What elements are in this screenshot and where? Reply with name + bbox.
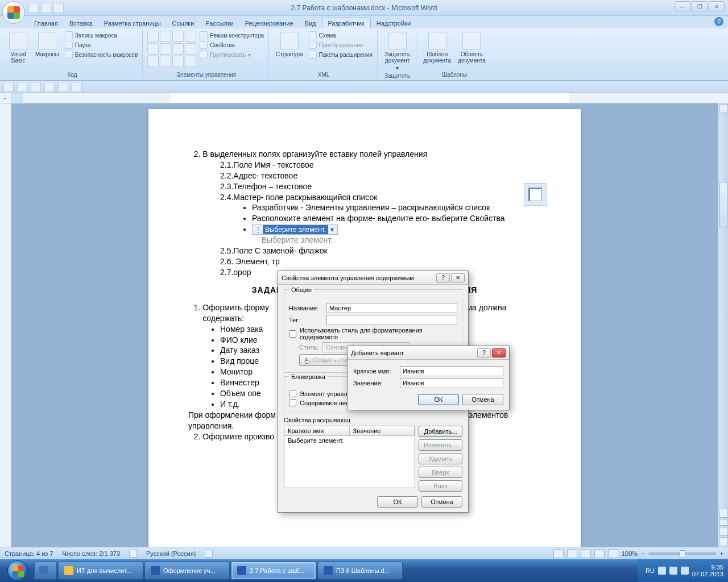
zoom-out-button[interactable]: − (641, 550, 644, 557)
outline-view-icon[interactable] (594, 549, 605, 558)
tab-references[interactable]: Ссылки (167, 18, 200, 28)
content-control-dropdown[interactable]: ⋮Выберите элемент.▾ (252, 224, 541, 235)
tab-addins[interactable]: Надстройки (371, 18, 416, 28)
down-button: Вниз (419, 480, 462, 492)
lock-delete-checkbox[interactable] (289, 390, 296, 397)
scroll-down-icon[interactable] (719, 509, 728, 518)
word-count[interactable]: Число слов: 2/1 373 (63, 550, 121, 557)
dialog2-close-button[interactable]: ✕ (492, 348, 506, 357)
qat2-more-icon[interactable] (72, 82, 82, 92)
taskbar-item-word2[interactable]: 2.7 Работа с шаб... (231, 562, 316, 580)
pause-macro-button[interactable]: Пауза (64, 40, 139, 49)
qat2-preview-icon[interactable] (58, 82, 68, 92)
tray-lang[interactable]: RU (646, 567, 655, 574)
group-button[interactable]: Группировать ▾ (198, 50, 265, 59)
draft-view-icon[interactable] (608, 549, 618, 558)
cc-handle-icon[interactable]: ⋮ (254, 225, 263, 234)
zoom-slider[interactable] (648, 552, 717, 555)
qat2-redo-icon[interactable] (31, 82, 41, 92)
value-input[interactable] (400, 378, 503, 388)
add-button[interactable]: Добавить... (419, 426, 462, 437)
visual-basic-button[interactable]: Visual Basic (6, 31, 31, 65)
taskbar-item-word3[interactable]: ПЗ 8 Шаблоны.d... (317, 562, 403, 580)
zoom-level[interactable]: 100% (622, 550, 638, 557)
language-indicator[interactable]: Русский (Россия) (146, 550, 196, 557)
scroll-up-icon[interactable] (719, 104, 728, 113)
taskbar-item-ie[interactable] (34, 562, 57, 580)
ok-button[interactable]: ОК (418, 394, 459, 405)
structure-button[interactable]: Структура (274, 31, 305, 59)
qat2-save-icon[interactable] (3, 82, 14, 92)
lock-edit-checkbox[interactable] (289, 399, 296, 406)
controls-gallery[interactable] (147, 31, 196, 67)
dialog2-titlebar[interactable]: Добавить вариант ? ✕ (348, 346, 509, 360)
web-layout-view-icon[interactable] (581, 549, 591, 558)
schema-button[interactable]: Схема (308, 31, 374, 40)
ruler-toggle[interactable]: ⌐ (0, 93, 11, 103)
ok-button[interactable]: ОК (377, 496, 418, 508)
name-input[interactable] (326, 303, 457, 313)
tab-insert[interactable]: Вставка (64, 18, 98, 28)
use-style-checkbox[interactable] (289, 330, 296, 338)
dialog-titlebar[interactable]: Свойства элемента управления содержимым … (278, 271, 468, 285)
short-name-input[interactable] (400, 366, 503, 376)
tab-view[interactable]: Вид (299, 18, 322, 28)
dialog2-help-button[interactable]: ? (477, 348, 491, 357)
full-screen-view-icon[interactable] (567, 549, 577, 558)
next-page-icon[interactable] (719, 537, 728, 546)
short-name-label: Краткое имя: (353, 368, 396, 375)
cancel-button[interactable]: Отмена (462, 394, 503, 405)
office-button[interactable] (2, 1, 25, 24)
design-mode-button[interactable]: Режим конструктора (198, 31, 265, 40)
dialog-help-button[interactable]: ? (436, 273, 450, 282)
tray-volume-icon[interactable] (681, 567, 689, 575)
start-button[interactable] (2, 560, 33, 581)
print-layout-view-icon[interactable] (553, 549, 564, 558)
protect-doc-button[interactable]: Защитить документ ▾ (382, 31, 412, 72)
vertical-scrollbar[interactable] (718, 103, 728, 547)
taskbar-item-word1[interactable]: Оформление уч... (144, 562, 230, 580)
options-listbox[interactable]: Краткое имяЗначение Выберите элемент. (284, 426, 415, 488)
qat-save-icon[interactable] (28, 3, 39, 13)
tray-clock[interactable]: 9:3507.02.2013 (692, 564, 723, 577)
help-button[interactable]: ? (714, 17, 723, 26)
horizontal-ruler[interactable] (23, 93, 728, 103)
zoom-in-button[interactable]: + (720, 550, 723, 557)
tab-layout[interactable]: Разметка страницы (98, 18, 167, 28)
transform-button[interactable]: Преобразование (308, 40, 374, 49)
scroll-thumb[interactable] (719, 182, 727, 227)
cancel-button[interactable]: Отмена (421, 496, 462, 508)
spell-check-icon[interactable] (129, 550, 137, 558)
page-indicator[interactable]: Страница: 4 из 7 (5, 550, 53, 557)
properties-button[interactable]: Свойства (198, 40, 265, 49)
qat-redo-icon[interactable] (53, 3, 64, 13)
browse-object-icon[interactable] (719, 519, 728, 526)
maximize-button[interactable]: ❐ (692, 1, 708, 11)
list-item[interactable]: Выберите элемент. (284, 436, 350, 445)
minimize-button[interactable]: — (675, 1, 690, 11)
macro-security-button[interactable]: Безопасность макросов (64, 50, 139, 59)
prev-page-icon[interactable] (719, 527, 728, 536)
dialog-close-button[interactable]: ✕ (451, 273, 465, 282)
close-button[interactable]: ✕ (709, 1, 725, 11)
macros-button[interactable]: Макросы (33, 31, 61, 59)
tag-input[interactable] (326, 315, 457, 325)
doc-area-button[interactable]: Область документа (456, 31, 488, 65)
chevron-down-icon[interactable]: ▾ (328, 225, 336, 234)
tab-mailings[interactable]: Рассылки (200, 18, 239, 28)
expansion-button[interactable]: Пакеты расширения (308, 50, 374, 59)
qat2-quickprint-icon[interactable] (44, 82, 55, 92)
document-area[interactable]: В выделенных полях организуйте вставку п… (11, 103, 718, 547)
tab-home[interactable]: Главная (28, 18, 64, 28)
tray-network-icon[interactable] (669, 567, 677, 575)
insert-mode-icon[interactable] (205, 550, 213, 558)
record-macro-button[interactable]: Запись макроса (64, 31, 139, 40)
taskbar-item-explorer[interactable]: ИТ для вычислит... (58, 562, 143, 580)
doc-template-button[interactable]: Шаблон документа (421, 31, 453, 65)
tab-developer[interactable]: Разработчик (322, 18, 371, 28)
qat2-undo-icon[interactable] (17, 82, 27, 92)
vertical-ruler[interactable] (0, 103, 11, 547)
tab-review[interactable]: Рецензирование (239, 18, 299, 28)
tray-flag-icon[interactable] (658, 567, 666, 575)
qat-undo-icon[interactable] (41, 3, 51, 13)
